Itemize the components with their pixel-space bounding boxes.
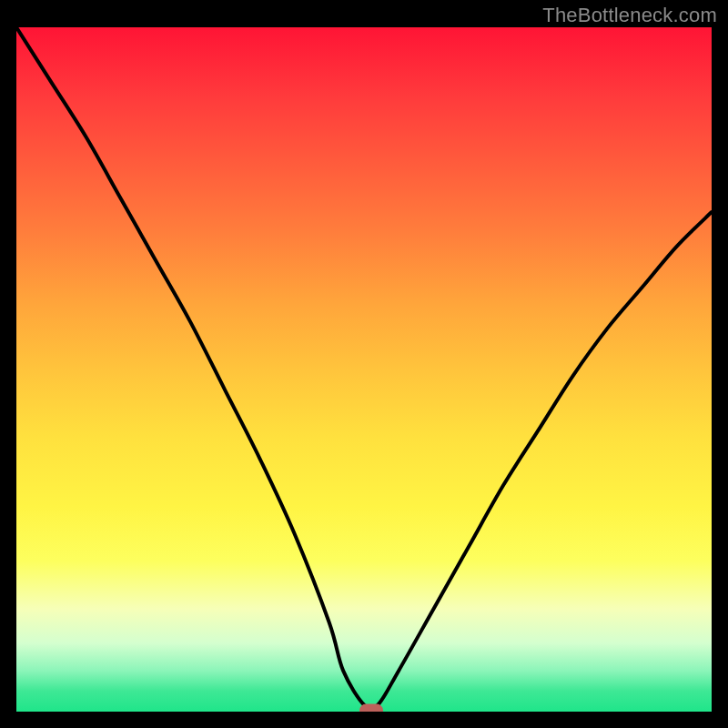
curve-svg — [16, 27, 712, 712]
bottleneck-marker — [359, 704, 383, 712]
bottleneck-curve — [16, 27, 712, 709]
plot-area — [16, 27, 712, 712]
chart-frame: TheBottleneck.com — [0, 0, 728, 728]
watermark-text: TheBottleneck.com — [542, 4, 717, 27]
